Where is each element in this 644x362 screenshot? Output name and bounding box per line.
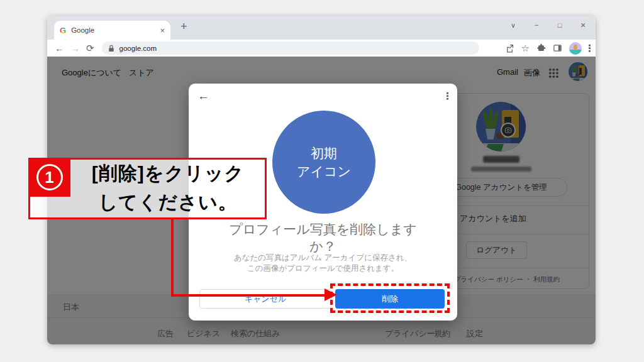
back-icon[interactable]: ← — [55, 43, 64, 53]
google-favicon-icon: G — [60, 26, 66, 35]
step-number: 1 — [36, 164, 63, 190]
lock-icon — [108, 45, 114, 52]
dialog-description: あなたの写真はアルバム アーカイブに保存され、 この画像がプロフィールで使用され… — [189, 253, 457, 274]
default-avatar-label: 初期 — [311, 144, 337, 162]
browser-toolbar: ← → ⟳ google.com ☆ — [47, 40, 596, 57]
browser-profile-avatar[interactable] — [569, 42, 582, 55]
bookmark-star-icon[interactable]: ☆ — [521, 43, 530, 53]
tab-strip: G Google × + ∨ − □ × — [47, 16, 596, 40]
dialog-back-icon[interactable]: ← — [197, 89, 209, 103]
default-avatar-preview: 初期 アイコン — [272, 111, 375, 214]
annotation-arrow-line-vertical — [171, 219, 174, 295]
tab-search-chevron-icon[interactable]: ∨ — [509, 21, 517, 30]
tab-google[interactable]: G Google × — [54, 21, 170, 40]
extensions-puzzle-icon[interactable] — [536, 43, 546, 53]
share-icon[interactable] — [505, 43, 514, 53]
annotation-text: [削除]をクリック してください。 — [70, 159, 265, 217]
annotation-arrow-line-horizontal — [171, 294, 326, 297]
browser-menu-icon[interactable] — [589, 44, 591, 52]
dialog-title: プロフィール写真を削除します か？ — [189, 221, 457, 255]
reload-icon[interactable]: ⟳ — [86, 43, 94, 53]
minimize-button[interactable]: − — [533, 21, 540, 30]
tab-close-icon[interactable]: × — [160, 26, 165, 35]
url-text: google.com — [119, 45, 157, 52]
default-avatar-label: アイコン — [297, 162, 351, 180]
annotation-step-badge: 1 — [28, 158, 70, 197]
annotation-highlight-dashed-border — [330, 283, 450, 313]
dialog-menu-icon[interactable] — [447, 92, 448, 100]
maximize-button[interactable]: □ — [556, 21, 564, 29]
address-bar[interactable]: google.com — [102, 41, 479, 55]
new-tab-button[interactable]: + — [180, 20, 187, 33]
cancel-button[interactable]: キャンセル — [199, 289, 331, 309]
tab-title: Google — [71, 26, 160, 34]
side-panel-icon[interactable] — [553, 43, 562, 53]
forward-icon: → — [70, 43, 80, 53]
close-window-button[interactable]: × — [579, 20, 587, 30]
